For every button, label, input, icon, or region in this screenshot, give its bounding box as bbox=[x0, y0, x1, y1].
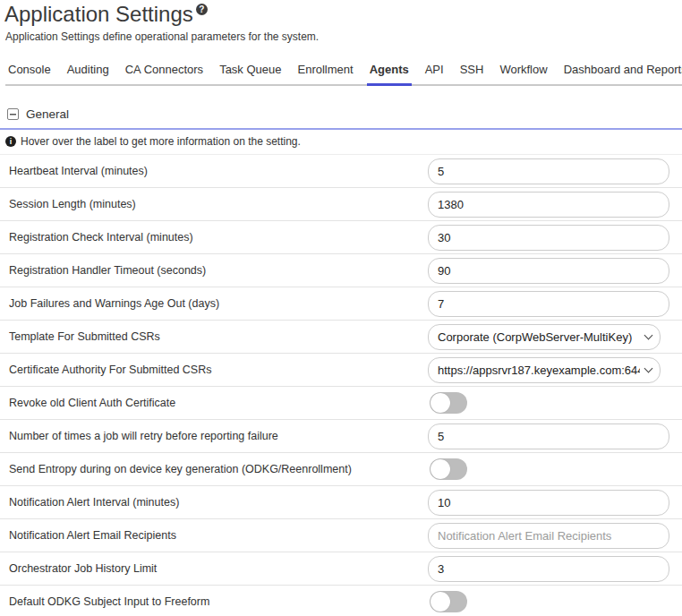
heartbeat-interval-input[interactable] bbox=[428, 158, 669, 184]
toggle-knob bbox=[431, 459, 450, 479]
tab-console[interactable]: Console bbox=[5, 57, 54, 86]
setting-row-ca-for-csrs: Certificate Authority For Submitted CSRs… bbox=[0, 354, 682, 387]
select-value: Corporate (CorpWebServer-MultiKey) bbox=[438, 330, 632, 344]
settings-tab-bar: Console Auditing CA Connectors Task Queu… bbox=[5, 57, 682, 86]
general-section-header[interactable]: General bbox=[0, 103, 682, 130]
job-retry-count-input[interactable] bbox=[428, 424, 669, 449]
send-entropy-toggle[interactable] bbox=[430, 458, 467, 480]
setting-row-notification-alert-interval: Notification Alert Interval (minutes) bbox=[0, 486, 682, 519]
setting-row-orchestrator-job-history-limit: Orchestrator Job History Limit bbox=[0, 552, 682, 586]
setting-label: Session Length (minutes) bbox=[9, 198, 136, 210]
revoke-old-client-auth-toggle[interactable] bbox=[430, 392, 467, 414]
page-title: Application Settings? bbox=[4, 1, 682, 28]
collapse-minus-icon[interactable] bbox=[7, 108, 19, 120]
registration-handler-timeout-input[interactable] bbox=[428, 258, 669, 284]
tab-api[interactable]: API bbox=[422, 57, 447, 86]
setting-row-template-for-csrs: Template For Submitted CSRs Corporate (C… bbox=[0, 321, 682, 354]
setting-row-job-retry-count: Number of times a job will retry before … bbox=[0, 420, 682, 453]
setting-row-session-length: Session Length (minutes) bbox=[0, 188, 682, 221]
toggle-knob bbox=[431, 592, 450, 612]
info-banner: i Hover over the label to get more infor… bbox=[0, 130, 682, 155]
page-subtitle: Application Settings define operational … bbox=[5, 30, 682, 43]
tab-ssh[interactable]: SSH bbox=[457, 57, 487, 86]
registration-check-interval-input[interactable] bbox=[428, 225, 669, 251]
setting-label: Default ODKG Subject Input to Freeform bbox=[9, 595, 209, 608]
chevron-down-icon bbox=[644, 330, 653, 339]
setting-label: Template For Submitted CSRs bbox=[9, 330, 160, 343]
setting-row-heartbeat-interval: Heartbeat Interval (minutes) bbox=[0, 155, 682, 188]
setting-label: Revoke old Client Auth Certificate bbox=[9, 397, 175, 409]
settings-list: Heartbeat Interval (minutes) Session Len… bbox=[0, 155, 682, 616]
tab-task-queue[interactable]: Task Queue bbox=[217, 57, 284, 86]
setting-label: Registration Check Interval (minutes) bbox=[9, 231, 193, 244]
setting-label: Registration Handler Timeout (seconds) bbox=[9, 264, 206, 277]
tab-dashboard-and-reports[interactable]: Dashboard and Reports bbox=[561, 57, 682, 86]
tab-enrollment[interactable]: Enrollment bbox=[295, 57, 356, 86]
page-title-text: Application Settings bbox=[4, 2, 193, 26]
notification-alert-email-input[interactable] bbox=[428, 523, 669, 549]
orchestrator-job-history-limit-input[interactable] bbox=[428, 556, 669, 582]
setting-label: Job Failures and Warnings Age Out (days) bbox=[9, 297, 219, 310]
setting-label: Certificate Authority For Submitted CSRs bbox=[9, 364, 211, 376]
default-odkg-freeform-toggle[interactable] bbox=[430, 591, 467, 612]
template-for-csrs-select[interactable]: Corporate (CorpWebServer-MultiKey) bbox=[428, 324, 661, 350]
setting-label: Heartbeat Interval (minutes) bbox=[9, 165, 148, 177]
info-icon: i bbox=[5, 136, 16, 147]
setting-label: Notification Alert Email Recipients bbox=[9, 529, 176, 542]
page-header: Application Settings? Application Settin… bbox=[0, 0, 682, 43]
ca-for-csrs-select[interactable]: https://appsrvr187.keyexample.com:6447\C… bbox=[428, 357, 661, 383]
setting-row-notification-alert-email: Notification Alert Email Recipients bbox=[0, 519, 682, 552]
setting-row-registration-check-interval: Registration Check Interval (minutes) bbox=[0, 221, 682, 254]
setting-label: Orchestrator Job History Limit bbox=[9, 562, 157, 575]
notification-alert-interval-input[interactable] bbox=[428, 490, 669, 516]
tab-ca-connectors[interactable]: CA Connectors bbox=[123, 57, 206, 86]
session-length-input[interactable] bbox=[428, 192, 669, 218]
chevron-down-icon bbox=[644, 364, 653, 372]
setting-row-default-odkg-freeform: Default ODKG Subject Input to Freeform bbox=[0, 586, 682, 616]
tab-workflow[interactable]: Workflow bbox=[497, 57, 550, 86]
tab-agents[interactable]: Agents bbox=[367, 57, 412, 86]
select-value: https://appsrvr187.keyexample.com:6447\C… bbox=[438, 364, 640, 377]
setting-row-registration-handler-timeout: Registration Handler Timeout (seconds) bbox=[0, 254, 682, 287]
setting-label: Send Entropy during on device key genera… bbox=[9, 463, 352, 475]
setting-row-job-failures-age-out: Job Failures and Warnings Age Out (days) bbox=[0, 287, 682, 321]
general-section-title: General bbox=[26, 107, 69, 121]
setting-label: Number of times a job will retry before … bbox=[9, 430, 278, 442]
tab-auditing[interactable]: Auditing bbox=[64, 57, 112, 86]
setting-row-send-entropy: Send Entropy during on device key genera… bbox=[0, 453, 682, 486]
help-icon[interactable]: ? bbox=[196, 4, 208, 15]
info-text: Hover over the label to get more informa… bbox=[21, 135, 301, 148]
toggle-knob bbox=[431, 393, 450, 413]
setting-row-revoke-old-client-auth: Revoke old Client Auth Certificate bbox=[0, 387, 682, 420]
setting-label: Notification Alert Interval (minutes) bbox=[9, 496, 179, 509]
job-failures-age-out-input[interactable] bbox=[428, 291, 669, 317]
